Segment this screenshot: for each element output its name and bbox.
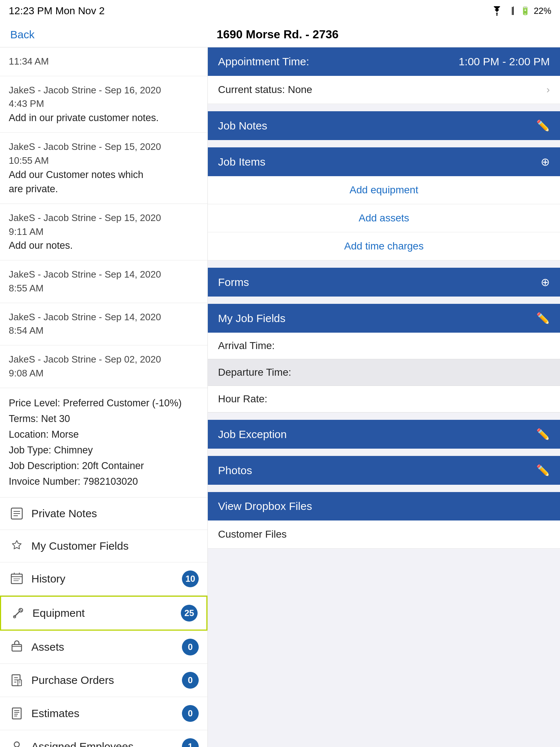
- job-items-title: Job Items: [218, 156, 265, 168]
- nav-label-customer-fields: My Customer Fields: [31, 540, 199, 552]
- add-assets-link[interactable]: Add assets: [208, 204, 560, 232]
- separator-6: [208, 449, 560, 456]
- svg-point-0: [496, 14, 498, 16]
- separator-3: [208, 260, 560, 268]
- nav-label-equipment: Equipment: [32, 607, 181, 619]
- job-notes-header[interactable]: Job Notes ✏️: [208, 111, 560, 140]
- svg-rect-15: [12, 645, 22, 651]
- photos-header[interactable]: Photos ✏️: [208, 456, 560, 485]
- nav-label-assigned-employees: Assigned Employees: [31, 740, 182, 747]
- nav-label-estimates: Estimates: [31, 707, 182, 720]
- pencil-icon-job-notes: ✏️: [536, 119, 550, 132]
- svg-rect-23: [12, 708, 21, 719]
- dropbox-title: View Dropbox Files: [218, 500, 312, 512]
- estimates-badge: 0: [182, 705, 199, 722]
- chevron-right-icon: ›: [547, 84, 550, 96]
- left-column: 11:34 AM JakeS - Jacob Strine - Sep 16, …: [0, 47, 208, 747]
- my-job-fields-title: My Job Fields: [218, 312, 285, 325]
- history-entry-3: JakeS - Jacob Strine - Sep 15, 20209:11 …: [0, 204, 207, 261]
- customer-files-row[interactable]: Customer Files: [208, 520, 560, 549]
- separator-7: [208, 485, 560, 492]
- status-bar: 12:23 PM Mon Nov 2 🔋 22%: [0, 0, 560, 22]
- arrival-time-field: Arrival Time:: [208, 333, 560, 359]
- purchase-orders-badge: 0: [182, 672, 199, 689]
- forms-title: Forms: [218, 276, 249, 289]
- pencil-icon-photos: ✏️: [536, 464, 550, 477]
- nav-item-history[interactable]: History 10: [0, 562, 207, 596]
- history-badge: 10: [182, 570, 199, 587]
- back-button[interactable]: Back: [10, 28, 35, 41]
- history-entry-2: JakeS - Jacob Strine - Sep 15, 202010:55…: [0, 133, 207, 204]
- estimates-icon: [9, 705, 25, 721]
- customer-files-label: Customer Files: [218, 529, 287, 540]
- job-notes-title: Job Notes: [218, 120, 267, 132]
- header: Back 1690 Morse Rd. - 2736: [0, 22, 560, 47]
- svg-marker-1: [512, 7, 513, 15]
- svg-marker-2: [513, 6, 514, 15]
- star-icon: [9, 538, 25, 554]
- plus-circle-icon-forms: ⊕: [541, 276, 550, 289]
- plus-circle-icon-job-items: ⊕: [541, 155, 550, 168]
- separator-5: [208, 413, 560, 420]
- hour-rate-field: Hour Rate:: [208, 386, 560, 413]
- nav-item-customer-fields[interactable]: My Customer Fields: [0, 530, 207, 562]
- pencil-icon-job-exception: ✏️: [536, 428, 550, 441]
- purchase-orders-icon: [9, 672, 25, 688]
- nav-label-assets: Assets: [31, 641, 182, 653]
- separator-2: [208, 140, 560, 147]
- departure-time-field: Departure Time:: [208, 359, 560, 386]
- appointment-time-value: 1:00 PM - 2:00 PM: [459, 55, 550, 68]
- history-entry-6: JakeS - Jacob Strine - Sep 02, 20209:08 …: [0, 345, 207, 388]
- main-layout: 11:34 AM JakeS - Jacob Strine - Sep 16, …: [0, 47, 560, 747]
- history-entry-5: JakeS - Jacob Strine - Sep 14, 20208:54 …: [0, 303, 207, 345]
- assets-badge: 0: [182, 639, 199, 655]
- status-time: 12:23 PM Mon Nov 2: [9, 5, 105, 17]
- current-status-label: Current status: None: [218, 84, 312, 96]
- nav-item-assets[interactable]: Assets 0: [0, 631, 207, 664]
- person-icon: [9, 739, 25, 747]
- nav-label-history: History: [31, 573, 182, 585]
- info-block: Price Level: Preferred Customer (-10%) T…: [0, 388, 207, 498]
- assigned-employees-badge: 1: [182, 738, 199, 747]
- appointment-time-row: Appointment Time: 1:00 PM - 2:00 PM: [208, 47, 560, 76]
- nav-item-private-notes[interactable]: Private Notes: [0, 498, 207, 530]
- history-entry-4: JakeS - Jacob Strine - Sep 14, 20208:55 …: [0, 260, 207, 303]
- page-title: 1690 Morse Rd. - 2736: [217, 28, 338, 41]
- pencil-icon-job-fields: ✏️: [536, 312, 550, 325]
- dropbox-header[interactable]: View Dropbox Files: [208, 492, 560, 520]
- add-equipment-link[interactable]: Add equipment: [208, 176, 560, 204]
- right-column: Appointment Time: 1:00 PM - 2:00 PM Curr…: [208, 47, 560, 549]
- nav-item-assigned-employees[interactable]: Assigned Employees 1: [0, 730, 207, 747]
- history-entry-0: 11:34 AM: [0, 47, 207, 76]
- signal-icon: [507, 6, 517, 16]
- current-status-row[interactable]: Current status: None ›: [208, 76, 560, 104]
- my-job-fields-header[interactable]: My Job Fields ✏️: [208, 304, 560, 333]
- history-icon: [9, 571, 25, 587]
- separator-4: [208, 297, 560, 304]
- separator-1: [208, 104, 560, 111]
- status-icons: 🔋 22%: [490, 6, 551, 16]
- job-exception-header[interactable]: Job Exception ✏️: [208, 420, 560, 449]
- nav-item-purchase-orders[interactable]: Purchase Orders 0: [0, 664, 207, 697]
- svg-point-28: [14, 742, 19, 747]
- history-entries: 11:34 AM JakeS - Jacob Strine - Sep 16, …: [0, 47, 207, 388]
- nav-item-estimates[interactable]: Estimates 0: [0, 697, 207, 730]
- photos-title: Photos: [218, 464, 252, 477]
- history-entry-1: JakeS - Jacob Strine - Sep 16, 20204:43 …: [0, 76, 207, 133]
- job-items-header[interactable]: Job Items ⊕: [208, 147, 560, 176]
- job-exception-title: Job Exception: [218, 428, 287, 441]
- equipment-badge: 25: [181, 605, 198, 622]
- nav-item-equipment[interactable]: Equipment 25: [0, 596, 207, 631]
- appointment-time-label: Appointment Time:: [218, 55, 309, 68]
- battery-icon: 🔋: [520, 6, 530, 16]
- wifi-icon: [490, 6, 503, 16]
- nav-label-private-notes: Private Notes: [31, 507, 199, 520]
- forms-header[interactable]: Forms ⊕: [208, 268, 560, 297]
- assets-icon: [9, 639, 25, 655]
- notes-icon: [9, 506, 25, 522]
- nav-label-purchase-orders: Purchase Orders: [31, 674, 182, 686]
- add-time-charges-link[interactable]: Add time charges: [208, 232, 560, 260]
- wrench-icon: [10, 605, 26, 621]
